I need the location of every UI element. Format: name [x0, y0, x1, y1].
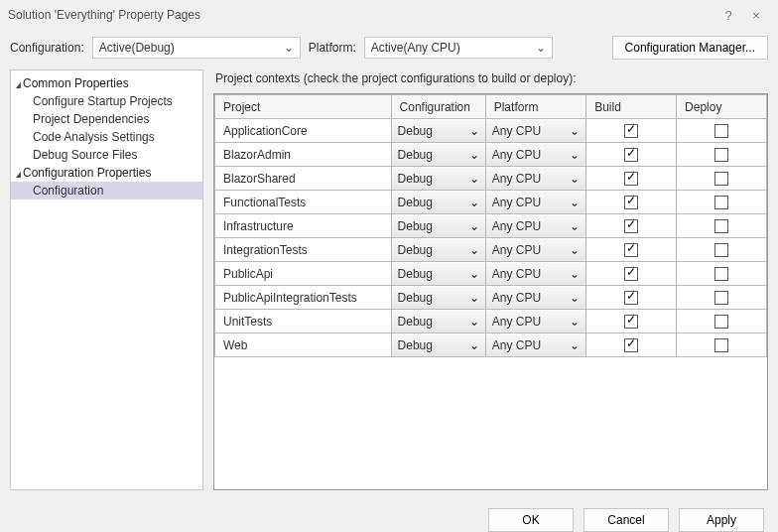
deploy-checkbox[interactable] [714, 124, 728, 138]
build-checkbox[interactable] [624, 148, 638, 162]
platform-dropdown[interactable]: Any CPU⌄ [486, 311, 585, 332]
titlebar: Solution 'Everything' Property Pages ? × [0, 0, 778, 30]
cancel-button[interactable]: Cancel [584, 508, 669, 532]
chevron-down-icon: ⌄ [570, 338, 580, 352]
deploy-checkbox[interactable] [714, 338, 728, 352]
cell-config: Debug⌄ [391, 333, 485, 357]
config-manager-button[interactable]: Configuration Manager... [612, 36, 768, 60]
tree-item-dependencies[interactable]: Project Dependencies [11, 110, 202, 128]
platform-dropdown[interactable]: Any CPU⌄ [486, 263, 585, 285]
col-project[interactable]: Project [215, 95, 392, 119]
cell-deploy [677, 119, 767, 143]
config-dropdown[interactable]: Debug⌄ [392, 239, 485, 261]
cell-config: Debug⌄ [391, 238, 485, 262]
project-table: Project Configuration Platform Build Dep… [214, 94, 767, 357]
build-checkbox[interactable] [624, 219, 638, 233]
cell-platform: Any CPU⌄ [485, 214, 585, 238]
deploy-checkbox[interactable] [714, 148, 728, 162]
col-build[interactable]: Build [586, 95, 677, 119]
table-row: IntegrationTestsDebug⌄Any CPU⌄ [215, 238, 767, 262]
col-deploy[interactable]: Deploy [677, 95, 767, 119]
deploy-checkbox[interactable] [714, 291, 728, 305]
build-checkbox[interactable] [624, 243, 638, 257]
table-row: PublicApiIntegrationTestsDebug⌄Any CPU⌄ [215, 286, 767, 310]
config-dropdown[interactable]: Debug⌄ [392, 287, 485, 309]
tree-item-debug-source[interactable]: Debug Source Files [11, 146, 202, 164]
deploy-checkbox[interactable] [714, 219, 728, 233]
cell-build [586, 286, 677, 310]
tree-item-configuration[interactable]: Configuration [11, 182, 202, 200]
cell-platform: Any CPU⌄ [485, 333, 585, 357]
platform-dropdown[interactable]: Any CPU⌄ [486, 239, 585, 261]
build-checkbox[interactable] [624, 124, 638, 138]
tree-group-configprops[interactable]: Configuration Properties [11, 164, 202, 182]
cell-project: PublicApi [215, 262, 392, 286]
deploy-checkbox[interactable] [714, 196, 728, 209]
deploy-checkbox[interactable] [714, 267, 728, 281]
cell-build [586, 262, 677, 286]
help-button[interactable]: ? [714, 8, 742, 23]
config-dropdown[interactable]: Debug⌄ [392, 215, 485, 237]
ok-button[interactable]: OK [488, 508, 574, 532]
cell-config: Debug⌄ [391, 214, 485, 238]
close-button[interactable]: × [742, 8, 770, 23]
col-platform[interactable]: Platform [485, 95, 585, 119]
platform-dropdown[interactable]: Any CPU⌄ [486, 215, 585, 237]
table-row: ApplicationCoreDebug⌄Any CPU⌄ [215, 119, 767, 143]
configuration-value: Active(Debug) [99, 41, 175, 55]
cell-deploy [677, 333, 767, 357]
configuration-dropdown[interactable]: Active(Debug) ⌄ [92, 37, 301, 59]
cell-deploy [677, 191, 767, 214]
cell-platform: Any CPU⌄ [485, 143, 585, 167]
config-dropdown[interactable]: Debug⌄ [392, 120, 485, 142]
cell-config: Debug⌄ [391, 167, 485, 191]
sidebar-tree: Common Properties Configure Startup Proj… [10, 69, 203, 490]
platform-dropdown[interactable]: Any CPU⌄ [486, 168, 585, 190]
build-checkbox[interactable] [624, 315, 638, 329]
config-dropdown[interactable]: Debug⌄ [392, 334, 485, 356]
platform-dropdown[interactable]: Any CPU⌄ [486, 144, 585, 166]
table-row: InfrastructureDebug⌄Any CPU⌄ [215, 214, 767, 238]
window-title: Solution 'Everything' Property Pages [8, 8, 714, 22]
chevron-down-icon: ⌄ [469, 243, 479, 257]
chevron-down-icon: ⌄ [469, 196, 479, 209]
table-row: PublicApiDebug⌄Any CPU⌄ [215, 262, 767, 286]
cell-config: Debug⌄ [391, 286, 485, 310]
deploy-checkbox[interactable] [714, 172, 728, 186]
tree-item-startup[interactable]: Configure Startup Projects [11, 92, 202, 110]
build-checkbox[interactable] [624, 291, 638, 305]
build-checkbox[interactable] [624, 196, 638, 209]
cell-deploy [677, 143, 767, 167]
tree-group-common[interactable]: Common Properties [11, 74, 202, 92]
platform-dropdown[interactable]: Active(Any CPU) ⌄ [364, 37, 553, 59]
table-row: WebDebug⌄Any CPU⌄ [215, 333, 767, 357]
apply-button[interactable]: Apply [679, 508, 764, 532]
col-config[interactable]: Configuration [391, 95, 485, 119]
chevron-down-icon: ⌄ [469, 338, 479, 352]
cell-project: BlazorAdmin [215, 143, 392, 167]
table-row: BlazorSharedDebug⌄Any CPU⌄ [215, 167, 767, 191]
table-row: BlazorAdminDebug⌄Any CPU⌄ [215, 143, 767, 167]
config-dropdown[interactable]: Debug⌄ [392, 311, 485, 332]
cell-platform: Any CPU⌄ [485, 167, 585, 191]
chevron-down-icon: ⌄ [570, 148, 580, 162]
deploy-checkbox[interactable] [714, 315, 728, 329]
deploy-checkbox[interactable] [714, 243, 728, 257]
build-checkbox[interactable] [624, 172, 638, 186]
config-dropdown[interactable]: Debug⌄ [392, 168, 485, 190]
cell-project: Infrastructure [215, 214, 392, 238]
chevron-down-icon: ⌄ [570, 291, 580, 305]
config-dropdown[interactable]: Debug⌄ [392, 192, 485, 213]
tree-item-code-analysis[interactable]: Code Analysis Settings [11, 128, 202, 146]
platform-dropdown[interactable]: Any CPU⌄ [486, 120, 585, 142]
table-header-row: Project Configuration Platform Build Dep… [215, 95, 767, 119]
config-dropdown[interactable]: Debug⌄ [392, 263, 485, 285]
config-dropdown[interactable]: Debug⌄ [392, 144, 485, 166]
chevron-down-icon: ⌄ [469, 219, 479, 233]
cell-build [586, 143, 677, 167]
build-checkbox[interactable] [624, 267, 638, 281]
build-checkbox[interactable] [624, 338, 638, 352]
platform-dropdown[interactable]: Any CPU⌄ [486, 287, 585, 309]
platform-dropdown[interactable]: Any CPU⌄ [486, 192, 585, 213]
platform-dropdown[interactable]: Any CPU⌄ [486, 334, 585, 356]
